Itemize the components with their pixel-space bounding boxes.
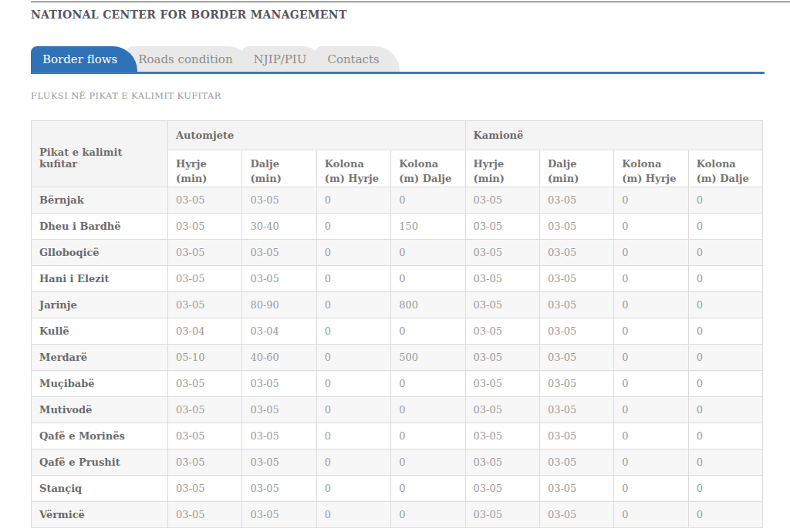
- cell-value: 0: [614, 345, 688, 371]
- cell-value: 0: [614, 371, 688, 397]
- cell-value: 0: [316, 266, 390, 292]
- crossing-point-name: Muçibabë: [32, 371, 168, 397]
- cell-value: 0: [614, 450, 688, 476]
- cell-value: 0: [614, 214, 688, 240]
- table-row: Mutivodë03-0503-050003-0503-0500: [32, 397, 763, 423]
- crossing-point-name: Jarinje: [32, 292, 168, 318]
- cell-value: 03-05: [539, 187, 613, 214]
- cell-value: 03-05: [168, 397, 242, 423]
- cell-value: 03-05: [465, 397, 539, 423]
- cell-value: 03-04: [242, 318, 316, 345]
- table-row: Kullë03-0403-040003-0503-0500: [32, 318, 763, 345]
- table-row: Merdarë05-1040-60050003-0503-0500: [32, 345, 763, 371]
- cell-value: 03-05: [539, 397, 613, 423]
- top-divider: [31, 2, 790, 2]
- cell-value: 03-05: [242, 371, 316, 397]
- cell-value: 80-90: [242, 292, 316, 318]
- cell-value: 0: [316, 292, 390, 318]
- cell-value: 0: [316, 240, 390, 266]
- subheader-kamion-kolona-hyrje: Kolona (m) Hyrje: [614, 150, 688, 187]
- crossing-point-name: Bërnjak: [32, 187, 168, 214]
- cell-value: 03-05: [539, 266, 613, 292]
- table-row: Hani i Elezit03-0503-050003-0503-0500: [32, 266, 763, 292]
- cell-value: 03-05: [539, 240, 613, 266]
- cell-value: 0: [391, 397, 465, 423]
- tab-njip-piu[interactable]: NJIP/PIU: [242, 46, 327, 72]
- cell-value: 03-05: [242, 240, 316, 266]
- cell-value: 03-05: [242, 266, 316, 292]
- cell-value: 03-05: [465, 476, 539, 502]
- table-row: Qafë e Morinës03-0503-050003-0503-0500: [32, 423, 763, 450]
- cell-value: 03-05: [539, 423, 613, 450]
- crossing-point-name: Dheu i Bardhë: [32, 214, 168, 240]
- tab-roads-condition[interactable]: Roads condition: [127, 46, 252, 72]
- subheader-kamion-hyrje: Hyrje (min): [465, 150, 539, 187]
- subheader-auto-kolona-hyrje: Kolona (m) Hyrje: [316, 150, 390, 187]
- cell-value: 0: [391, 502, 465, 528]
- subheader-kamion-kolona-dalje: Kolona (m) Dalje: [688, 150, 762, 187]
- cell-value: 03-05: [539, 345, 613, 371]
- cell-value: 0: [316, 214, 390, 240]
- crossing-point-name: Vërmicë: [32, 502, 168, 528]
- cell-value: 0: [316, 502, 390, 528]
- cell-value: 0: [688, 214, 762, 240]
- tab-bar: Border flows Roads condition NJIP/PIU Co…: [31, 46, 790, 72]
- cell-value: 0: [688, 187, 762, 214]
- cell-value: 03-05: [242, 502, 316, 528]
- tab-underline: [31, 72, 765, 74]
- cell-value: 0: [688, 345, 762, 371]
- cell-value: 0: [688, 423, 762, 450]
- cell-value: 03-05: [242, 476, 316, 502]
- cell-value: 03-05: [465, 240, 539, 266]
- cell-value: 03-05: [168, 371, 242, 397]
- tab-border-flows[interactable]: Border flows: [31, 46, 137, 72]
- cell-value: 0: [614, 423, 688, 450]
- cell-value: 03-05: [465, 187, 539, 214]
- cell-value: 0: [316, 397, 390, 423]
- border-flows-table: Pikat e kalimit kufitar Automjete Kamion…: [31, 120, 763, 528]
- cell-value: 0: [614, 292, 688, 318]
- subheader-auto-kolona-dalje: Kolona (m) Dalje: [391, 150, 465, 187]
- cell-value: 03-05: [465, 371, 539, 397]
- cell-value: 0: [688, 266, 762, 292]
- cell-value: 0: [391, 187, 465, 214]
- cell-value: 03-05: [465, 423, 539, 450]
- cell-value: 03-05: [168, 476, 242, 502]
- cell-value: 0: [391, 476, 465, 502]
- cell-value: 03-05: [242, 450, 316, 476]
- cell-value: 03-05: [539, 292, 613, 318]
- cell-value: 0: [316, 187, 390, 214]
- crossing-point-name: Stançiq: [32, 476, 168, 502]
- border-table-body: Bërnjak03-0503-050003-0503-0500Dheu i Ba…: [32, 187, 763, 528]
- cell-value: 0: [391, 450, 465, 476]
- cell-value: 0: [391, 318, 465, 345]
- crossing-point-name: Hani i Elezit: [32, 266, 168, 292]
- cell-value: 0: [688, 476, 762, 502]
- cell-value: 0: [688, 318, 762, 345]
- subheader-kamion-dalje: Dalje (min): [539, 150, 613, 187]
- cell-value: 0: [614, 318, 688, 345]
- cell-value: 0: [391, 266, 465, 292]
- cell-value: 0: [688, 292, 762, 318]
- table-row: Vërmicë03-0503-050003-0503-0500: [32, 502, 763, 528]
- cell-value: 0: [316, 476, 390, 502]
- cell-value: 0: [614, 240, 688, 266]
- tab-contacts[interactable]: Contacts: [316, 46, 399, 72]
- cell-value: 03-05: [168, 214, 242, 240]
- cell-value: 03-05: [242, 423, 316, 450]
- table-row: Stançiq03-0503-050003-0503-0500: [32, 476, 763, 502]
- cell-value: 03-05: [168, 423, 242, 450]
- section-title: FLUKSI NË PIKAT E KALIMIT KUFITAR: [31, 90, 790, 101]
- cell-value: 30-40: [242, 214, 316, 240]
- cell-value: 03-05: [539, 476, 613, 502]
- subheader-auto-hyrje: Hyrje (min): [168, 150, 242, 187]
- table-header: Pikat e kalimit kufitar Automjete Kamion…: [32, 121, 763, 187]
- cell-value: 0: [391, 240, 465, 266]
- cell-value: 0: [391, 423, 465, 450]
- cell-value: 03-05: [465, 214, 539, 240]
- cell-value: 150: [391, 214, 465, 240]
- cell-value: 0: [316, 371, 390, 397]
- cell-value: 03-05: [539, 318, 613, 345]
- page: NATIONAL CENTER FOR BORDER MANAGEMENT Bo…: [0, 0, 790, 532]
- cell-value: 0: [688, 502, 762, 528]
